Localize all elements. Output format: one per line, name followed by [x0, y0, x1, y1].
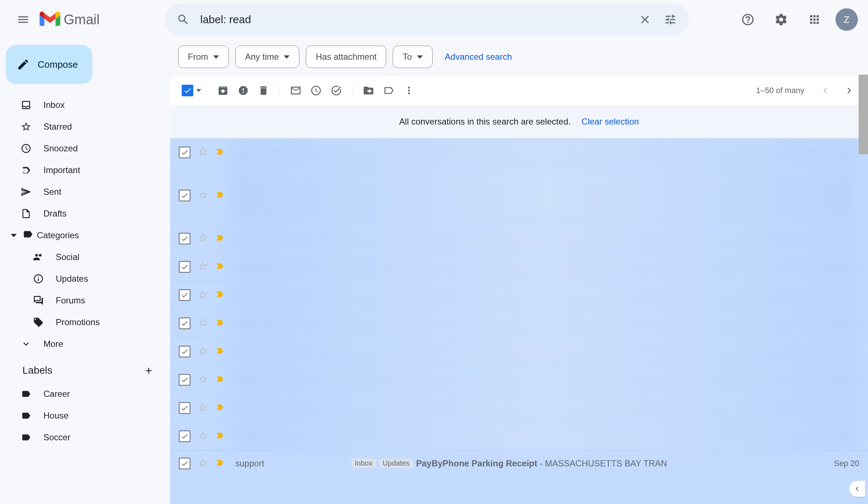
star-button[interactable]: [198, 232, 208, 245]
importance-marker[interactable]: [215, 261, 224, 272]
main-menu-button[interactable]: [10, 7, 36, 33]
row-checkbox[interactable]: [179, 402, 190, 414]
label-soccer[interactable]: Soccer: [6, 427, 170, 448]
importance-marker[interactable]: [215, 458, 224, 469]
importance-marker[interactable]: [215, 431, 224, 442]
scrollbar-thumb[interactable]: [859, 75, 868, 154]
email-row[interactable]: [170, 394, 868, 422]
search-button[interactable]: [170, 7, 196, 32]
nav-item-label: Social: [56, 252, 79, 262]
filter-has-attachment[interactable]: Has attachment: [306, 46, 386, 68]
compose-button[interactable]: Compose: [6, 45, 92, 84]
nav-snoozed[interactable]: Snoozed: [6, 138, 170, 159]
star-button[interactable]: [198, 146, 208, 159]
newer-button[interactable]: [815, 80, 835, 101]
label-career[interactable]: Career: [6, 383, 170, 405]
advanced-search-link[interactable]: Advanced search: [445, 52, 512, 62]
email-row[interactable]: [170, 167, 868, 224]
row-checkbox[interactable]: [179, 233, 190, 244]
nav-categories[interactable]: Categories: [6, 224, 170, 246]
email-row-visible[interactable]: support Inbox Updates PayByPhone Parking…: [170, 450, 868, 476]
apps-button[interactable]: [802, 7, 827, 32]
row-checkbox[interactable]: [179, 147, 190, 158]
search-options-button[interactable]: [658, 7, 683, 32]
select-all-checkbox[interactable]: [182, 85, 193, 96]
row-checkbox[interactable]: [179, 318, 190, 329]
support-button[interactable]: [736, 7, 760, 32]
star-button[interactable]: [198, 345, 208, 358]
importance-marker[interactable]: [215, 403, 224, 413]
row-checkbox[interactable]: [179, 458, 190, 469]
importance-marker[interactable]: [215, 190, 224, 201]
label-house[interactable]: House: [6, 405, 170, 427]
email-row[interactable]: [170, 309, 868, 337]
star-button[interactable]: [198, 289, 208, 301]
row-checkbox[interactable]: [179, 261, 190, 273]
importance-marker[interactable]: [215, 346, 224, 357]
email-row[interactable]: [170, 366, 868, 394]
nav-promotions[interactable]: Promotions: [6, 311, 170, 333]
importance-marker[interactable]: [215, 374, 224, 385]
filter-to[interactable]: To: [393, 46, 432, 68]
star-button[interactable]: [198, 457, 208, 470]
nav-item-label: Important: [43, 165, 80, 175]
forum-icon: [32, 294, 45, 307]
chevron-right-icon: [843, 85, 855, 96]
star-button[interactable]: [198, 317, 208, 329]
clear-selection-link[interactable]: Clear selection: [581, 117, 639, 127]
email-row[interactable]: [170, 224, 868, 253]
add-label-button[interactable]: +: [140, 362, 157, 379]
nav-inbox[interactable]: Inbox: [6, 94, 170, 116]
importance-marker[interactable]: [215, 318, 224, 329]
gmail-logo[interactable]: Gmail: [39, 12, 100, 28]
tag-icon: [32, 316, 45, 329]
nav-social[interactable]: Social: [6, 246, 170, 268]
importance-marker[interactable]: [215, 147, 224, 158]
account-avatar[interactable]: Z: [835, 8, 858, 31]
clear-search-button[interactable]: [632, 7, 658, 32]
row-checkbox[interactable]: [179, 374, 190, 386]
select-dropdown[interactable]: [196, 89, 201, 92]
row-checkbox[interactable]: [179, 430, 190, 442]
snooze-button[interactable]: [306, 80, 326, 101]
nav-sent[interactable]: Sent: [6, 181, 170, 203]
move-to-button[interactable]: [358, 80, 379, 101]
nav-more[interactable]: More: [6, 333, 170, 355]
mark-unread-button[interactable]: [286, 80, 306, 101]
search-input[interactable]: [196, 13, 632, 26]
nav-updates[interactable]: Updates: [6, 268, 170, 290]
nav-important[interactable]: Important: [6, 159, 170, 181]
email-row[interactable]: [170, 253, 868, 281]
row-checkbox[interactable]: [179, 346, 190, 357]
star-button[interactable]: [198, 402, 208, 414]
nav-starred[interactable]: Starred: [6, 116, 170, 138]
filter-any-time[interactable]: Any time: [235, 46, 299, 68]
older-button[interactable]: [839, 80, 859, 101]
row-checkbox[interactable]: [179, 190, 190, 201]
star-button[interactable]: [198, 374, 208, 386]
row-checkbox[interactable]: [179, 289, 190, 301]
more-button[interactable]: [399, 80, 419, 101]
nav-drafts[interactable]: Drafts: [6, 203, 170, 224]
people-icon: [32, 251, 45, 264]
star-button[interactable]: [198, 189, 208, 202]
importance-marker[interactable]: [215, 233, 224, 244]
importance-marker[interactable]: [215, 290, 224, 301]
star-button[interactable]: [198, 430, 208, 442]
email-row[interactable]: [170, 337, 868, 366]
side-panel-toggle[interactable]: [849, 481, 865, 497]
blurred-content: [233, 167, 859, 224]
email-row[interactable]: [170, 422, 868, 450]
settings-button[interactable]: [769, 7, 793, 32]
blurred-content: [233, 394, 859, 422]
report-spam-button[interactable]: [233, 80, 253, 101]
add-task-button[interactable]: [326, 80, 346, 101]
email-row[interactable]: [170, 281, 868, 309]
nav-forums[interactable]: Forums: [6, 290, 170, 311]
email-row[interactable]: [170, 138, 868, 167]
filter-from[interactable]: From: [178, 46, 229, 68]
star-button[interactable]: [198, 261, 208, 273]
archive-button[interactable]: [213, 80, 233, 101]
delete-button[interactable]: [253, 80, 274, 101]
labels-button[interactable]: [379, 80, 399, 101]
